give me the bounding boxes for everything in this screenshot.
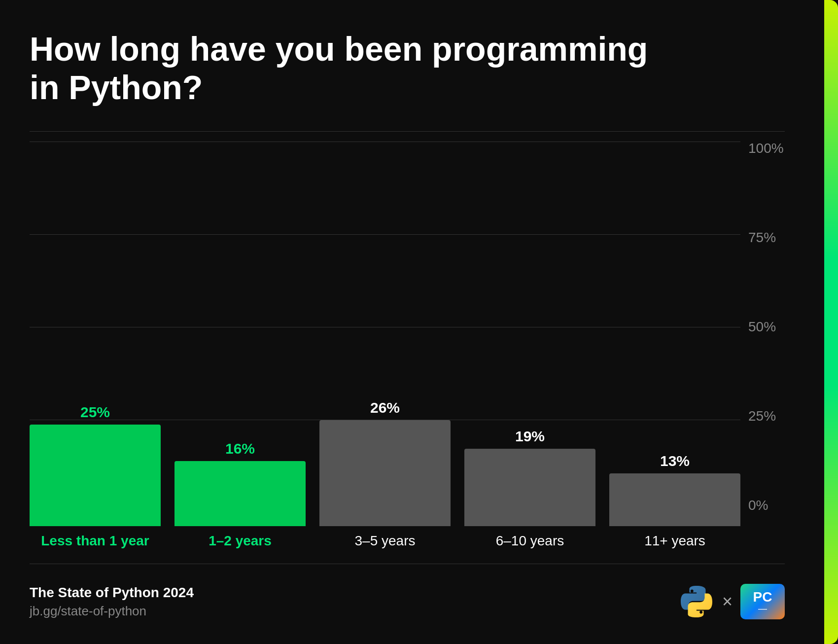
y-axis-label: 75% <box>748 231 785 245</box>
bar-label-less-than-1: Less than 1 year <box>41 533 149 549</box>
bar-group-3-5-years: 26%3–5 years <box>319 142 451 549</box>
page-title: How long have you been programmingin Pyt… <box>30 30 785 107</box>
footer-logos: × PC — <box>679 584 785 619</box>
top-divider <box>30 131 785 132</box>
bar-less-than-1 <box>30 425 161 526</box>
bar-value-1-2-years: 16% <box>225 440 255 457</box>
pycharm-logo: PC — <box>740 584 785 619</box>
bar-group-11-plus: 13%11+ years <box>609 142 740 549</box>
bars-container: 25%Less than 1 year16%1–2 years26%3–5 ye… <box>30 142 740 549</box>
pycharm-dash: — <box>758 604 767 613</box>
bar-label-1-2-years: 1–2 years <box>209 533 272 549</box>
right-gradient-bar <box>824 0 838 644</box>
cross-icon: × <box>722 591 733 612</box>
y-axis-label: 100% <box>748 142 785 155</box>
bar-label-3-5-years: 3–5 years <box>355 533 416 549</box>
bar-group-less-than-1: 25%Less than 1 year <box>30 142 161 549</box>
python-logo-icon <box>679 584 714 619</box>
footer-title: The State of Python 2024 <box>30 585 194 601</box>
footer-left: The State of Python 2024 jb.gg/state-of-… <box>30 585 194 619</box>
bar-group-1-2-years: 16%1–2 years <box>175 142 306 549</box>
bar-value-less-than-1: 25% <box>80 404 110 421</box>
y-axis-label: 25% <box>748 409 785 423</box>
pycharm-text: PC <box>753 590 772 604</box>
y-axis-label: 0% <box>748 499 785 512</box>
y-axis-labels: 100%75%50%25%0% <box>740 142 785 549</box>
bottom-divider <box>30 564 785 564</box>
bar-value-3-5-years: 26% <box>370 399 400 416</box>
chart-area: 25%Less than 1 year16%1–2 years26%3–5 ye… <box>30 142 785 549</box>
bar-value-11-plus: 13% <box>660 453 690 469</box>
bar-value-6-10-years: 19% <box>515 428 545 445</box>
bar-group-6-10-years: 19%6–10 years <box>464 142 595 549</box>
main-container: How long have you been programmingin Pyt… <box>0 0 824 644</box>
bar-label-11-plus: 11+ years <box>644 533 705 549</box>
bar-3-5-years <box>319 420 451 526</box>
bar-label-6-10-years: 6–10 years <box>496 533 564 549</box>
chart-inner: 25%Less than 1 year16%1–2 years26%3–5 ye… <box>30 142 740 549</box>
bar-6-10-years <box>464 449 595 526</box>
bar-1-2-years <box>175 461 306 526</box>
bar-11-plus <box>609 473 740 526</box>
footer: The State of Python 2024 jb.gg/state-of-… <box>30 584 785 619</box>
y-axis-label: 50% <box>748 320 785 334</box>
footer-url: jb.gg/state-of-python <box>30 604 194 619</box>
